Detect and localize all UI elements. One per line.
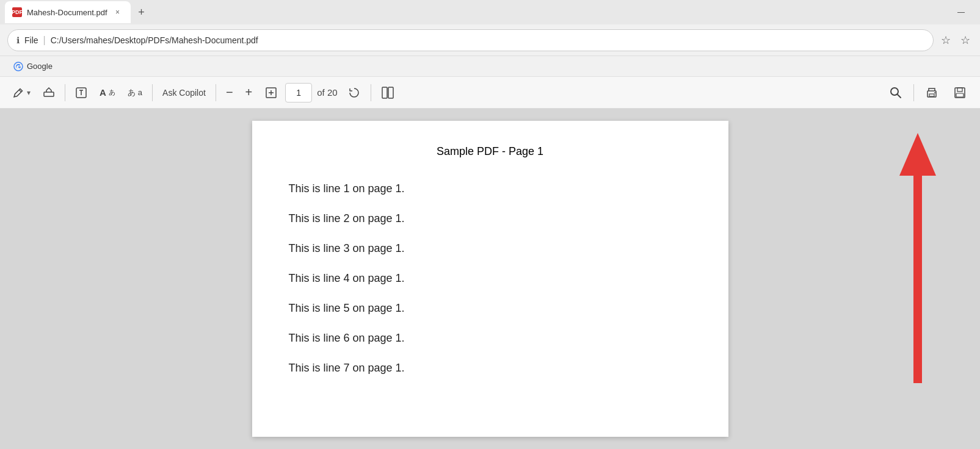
pdf-line-2: This is line 2 on page 1. bbox=[289, 212, 692, 225]
separator-2 bbox=[152, 84, 153, 101]
svg-rect-8 bbox=[929, 94, 934, 96]
text-tool-icon bbox=[75, 87, 87, 99]
text-size-sub-icon: あ bbox=[109, 88, 115, 97]
red-arrow-annotation bbox=[893, 127, 942, 395]
rotate-button[interactable] bbox=[343, 82, 366, 103]
translate-icon: あ bbox=[128, 87, 136, 98]
text-size-icon: A bbox=[100, 87, 106, 98]
eraser-button[interactable] bbox=[38, 83, 60, 102]
svg-rect-4 bbox=[382, 87, 387, 98]
google-icon bbox=[13, 62, 23, 71]
tab-close-button[interactable]: × bbox=[112, 7, 123, 18]
page-number-input[interactable] bbox=[285, 83, 312, 102]
draw-tool-button[interactable]: ▾ bbox=[7, 83, 35, 102]
pdf-line-7: This is line 7 on page 1. bbox=[289, 362, 692, 375]
eraser-icon bbox=[43, 87, 55, 99]
zoom-in-button[interactable]: + bbox=[241, 82, 258, 103]
zoom-out-button[interactable]: − bbox=[221, 82, 238, 103]
draw-chevron: ▾ bbox=[27, 88, 31, 97]
svg-rect-11 bbox=[957, 88, 962, 92]
pdf-content-area: Sample PDF - Page 1 This is line 1 on pa… bbox=[0, 109, 980, 449]
search-button[interactable] bbox=[883, 82, 909, 103]
rotate-icon bbox=[347, 86, 361, 99]
split-view-icon bbox=[381, 86, 394, 99]
page-total: of 20 bbox=[317, 87, 337, 98]
text-size-button[interactable]: A あ bbox=[95, 84, 120, 101]
print-button[interactable] bbox=[919, 82, 945, 103]
address-url: C:/Users/mahes/Desktop/PDFs/Mahesh-Docum… bbox=[51, 35, 924, 45]
address-bar[interactable]: ℹ File | C:/Users/mahes/Desktop/PDFs/Mah… bbox=[7, 29, 934, 51]
zoom-in-icon: + bbox=[245, 85, 253, 99]
pdf-line-4: This is line 4 on page 1. bbox=[289, 272, 692, 285]
svg-point-9 bbox=[934, 92, 935, 93]
pdf-line-6: This is line 6 on page 1. bbox=[289, 332, 692, 345]
save-icon bbox=[953, 86, 967, 99]
bookmark-google[interactable]: Google bbox=[7, 59, 59, 74]
ask-copilot-button[interactable]: Ask Copilot bbox=[158, 84, 211, 101]
svg-rect-1 bbox=[44, 92, 54, 96]
favorite-button[interactable]: ☆ bbox=[938, 31, 953, 49]
svg-rect-12 bbox=[956, 93, 964, 97]
svg-rect-5 bbox=[388, 87, 393, 98]
reading-list-button[interactable]: ☆ bbox=[958, 31, 973, 49]
search-icon bbox=[889, 86, 902, 99]
separator-1 bbox=[65, 84, 65, 101]
svg-marker-14 bbox=[899, 133, 936, 176]
tab-favicon: PDF bbox=[12, 7, 22, 17]
pdf-page-title: Sample PDF - Page 1 bbox=[289, 145, 692, 158]
separator-5 bbox=[913, 84, 914, 101]
ask-copilot-label: Ask Copilot bbox=[162, 88, 206, 98]
fit-page-icon bbox=[264, 86, 278, 99]
address-divider: | bbox=[43, 35, 46, 46]
window-controls: — bbox=[947, 1, 980, 23]
file-label: File bbox=[24, 35, 38, 45]
pdf-line-3: This is line 3 on page 1. bbox=[289, 242, 692, 255]
save-button[interactable] bbox=[947, 82, 973, 103]
translate-icon-2: a bbox=[138, 88, 142, 97]
separator-4 bbox=[371, 84, 371, 101]
fit-page-button[interactable] bbox=[260, 82, 283, 103]
pdf-page: Sample PDF - Page 1 This is line 1 on pa… bbox=[252, 121, 728, 437]
separator-3 bbox=[216, 84, 216, 101]
translate-button[interactable]: あ a bbox=[123, 84, 147, 102]
draw-icon bbox=[12, 87, 24, 99]
zoom-out-icon: − bbox=[226, 85, 233, 99]
address-bar-row: ℹ File | C:/Users/mahes/Desktop/PDFs/Mah… bbox=[0, 24, 980, 56]
text-tool-button[interactable] bbox=[70, 83, 92, 102]
pdf-toolbar: ▾ A あ あ a Ask Copilot − + bbox=[0, 77, 980, 109]
new-tab-button[interactable]: + bbox=[133, 4, 150, 21]
minimize-button[interactable]: — bbox=[947, 1, 975, 23]
bookmarks-bar: Google bbox=[0, 56, 980, 77]
tab-title: Mahesh-Document.pdf bbox=[27, 8, 107, 17]
google-bookmark-label: Google bbox=[27, 62, 53, 71]
pdf-line-5: This is line 5 on page 1. bbox=[289, 302, 692, 315]
svg-point-6 bbox=[891, 88, 898, 95]
active-tab[interactable]: PDF Mahesh-Document.pdf × bbox=[5, 1, 131, 23]
pdf-line-1: This is line 1 on page 1. bbox=[289, 182, 692, 195]
split-view-button[interactable] bbox=[376, 82, 399, 103]
print-icon bbox=[925, 86, 938, 99]
info-icon: ℹ bbox=[16, 35, 20, 45]
tab-bar: PDF Mahesh-Document.pdf × + — bbox=[0, 0, 980, 24]
